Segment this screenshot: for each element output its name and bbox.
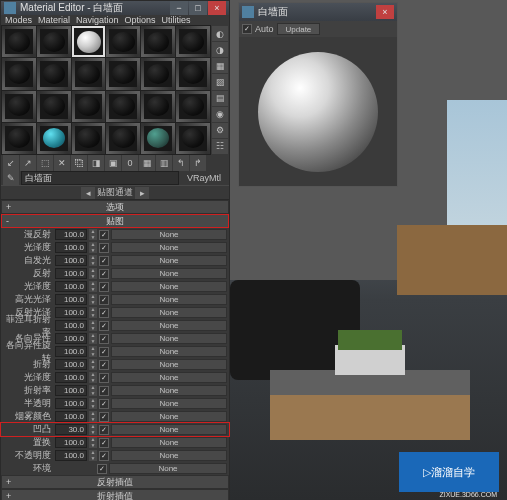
spinner-arrows[interactable]: ▲▼ [89, 411, 97, 422]
sample-slot[interactable] [106, 58, 140, 89]
map-slot-button[interactable]: None [111, 385, 227, 396]
sample-type-button[interactable]: ◐ [212, 26, 228, 41]
sample-slot[interactable] [2, 58, 36, 89]
map-amount-spinner[interactable]: 100.0 [55, 281, 87, 292]
spinner-arrows[interactable]: ▲▼ [89, 268, 97, 279]
map-enable-checkbox[interactable]: ✓ [99, 373, 109, 383]
menu-material[interactable]: Material [38, 15, 70, 25]
map-enable-checkbox[interactable]: ✓ [99, 399, 109, 409]
preview-button[interactable]: ◉ [212, 107, 228, 122]
map-slot-button[interactable]: None [111, 398, 227, 409]
sample-slot[interactable] [176, 58, 210, 89]
spinner-arrows[interactable]: ▲▼ [89, 281, 97, 292]
close-button[interactable]: × [208, 1, 226, 15]
map-slot-button[interactable]: None [111, 359, 227, 370]
sample-slot[interactable] [72, 123, 106, 154]
sample-slot[interactable] [72, 58, 106, 89]
background-button[interactable]: ▦ [212, 58, 228, 73]
spinner-arrows[interactable]: ▲▼ [89, 333, 97, 344]
preview-close-button[interactable]: × [376, 5, 394, 19]
show-end-result-button[interactable]: ▥ [156, 155, 172, 171]
auto-checkbox[interactable]: ✓ [242, 24, 252, 34]
map-enable-checkbox[interactable]: ✓ [99, 347, 109, 357]
map-slot-button[interactable]: None [111, 424, 227, 435]
assign-to-selection-button[interactable]: ⬚ [37, 155, 53, 171]
map-slot-button[interactable]: None [111, 307, 227, 318]
map-enable-checkbox[interactable]: ✓ [99, 256, 109, 266]
map-slot-button[interactable]: None [111, 333, 227, 344]
map-enable-checkbox[interactable]: ✓ [99, 386, 109, 396]
spinner-arrows[interactable]: ▲▼ [89, 385, 97, 396]
material-id-button[interactable]: 0 [122, 155, 138, 171]
preview-viewport[interactable] [239, 37, 397, 186]
menu-utilities[interactable]: Utilities [162, 15, 191, 25]
sample-slot-active[interactable] [72, 26, 106, 57]
sample-slot[interactable] [37, 123, 71, 154]
map-enable-checkbox[interactable]: ✓ [99, 308, 109, 318]
material-name-input[interactable] [21, 171, 179, 185]
map-enable-checkbox[interactable]: ✓ [99, 451, 109, 461]
map-amount-spinner[interactable]: 100.0 [55, 307, 87, 318]
make-copy-button[interactable]: ⿻ [71, 155, 87, 171]
map-amount-spinner[interactable]: 100.0 [55, 398, 87, 409]
prev-channel-button[interactable]: ◂ [81, 187, 95, 199]
map-amount-spinner[interactable]: 100.0 [55, 294, 87, 305]
material-type-button[interactable]: VRayMtl [181, 173, 227, 183]
preview-titlebar[interactable]: 白墙面 × [239, 3, 397, 21]
map-enable-checkbox[interactable]: ✓ [99, 243, 109, 253]
map-amount-spinner[interactable]: 100.0 [55, 346, 87, 357]
map-slot-button[interactable]: None [111, 437, 227, 448]
map-slot-button[interactable]: None [111, 294, 227, 305]
put-to-library-button[interactable]: ▣ [105, 155, 121, 171]
spinner-arrows[interactable]: ▲▼ [89, 346, 97, 357]
spinner-arrows[interactable]: ▲▼ [89, 320, 97, 331]
map-slot-button[interactable]: None [111, 372, 227, 383]
sample-slot[interactable] [37, 26, 71, 57]
next-channel-button[interactable]: ▸ [135, 187, 149, 199]
map-slot-button[interactable]: None [111, 411, 227, 422]
select-by-mat-button[interactable]: ☷ [212, 139, 228, 154]
map-amount-spinner[interactable]: 100.0 [55, 385, 87, 396]
sample-slot[interactable] [72, 91, 106, 122]
map-amount-spinner[interactable]: 100.0 [55, 333, 87, 344]
go-to-parent-button[interactable]: ↰ [173, 155, 189, 171]
map-enable-checkbox[interactable]: ✓ [99, 425, 109, 435]
spinner-arrows[interactable]: ▲▼ [89, 424, 97, 435]
options-button[interactable]: ⚙ [212, 123, 228, 138]
map-slot-button[interactable]: None [111, 229, 227, 240]
show-in-viewport-button[interactable]: ▦ [139, 155, 155, 171]
map-enable-checkbox[interactable]: ✓ [97, 464, 107, 474]
map-amount-spinner[interactable]: 100.0 [55, 411, 87, 422]
make-unique-button[interactable]: ◨ [88, 155, 104, 171]
sample-slot[interactable] [141, 58, 175, 89]
map-enable-checkbox[interactable]: ✓ [99, 230, 109, 240]
get-material-button[interactable]: ↙ [3, 155, 19, 171]
reset-map-button[interactable]: ✕ [54, 155, 70, 171]
spinner-arrows[interactable]: ▲▼ [89, 398, 97, 409]
sample-slot[interactable] [176, 123, 210, 154]
go-forward-button[interactable]: ↱ [190, 155, 206, 171]
map-amount-spinner[interactable]: 30.0 [55, 424, 87, 435]
spinner-arrows[interactable]: ▲▼ [89, 437, 97, 448]
map-amount-spinner[interactable]: 100.0 [55, 268, 87, 279]
menu-navigation[interactable]: Navigation [76, 15, 119, 25]
map-slot-button[interactable]: None [111, 450, 227, 461]
spinner-arrows[interactable]: ▲▼ [89, 450, 97, 461]
rollout-maps-header[interactable]: - 贴图 [1, 214, 229, 228]
map-slot-button[interactable]: None [111, 346, 227, 357]
map-slot-button[interactable]: None [109, 463, 227, 474]
rollout-refr-header[interactable]: + 折射插值 [1, 489, 229, 500]
video-check-button[interactable]: ▤ [212, 91, 228, 106]
sample-slot[interactable] [176, 91, 210, 122]
sample-slot[interactable] [2, 91, 36, 122]
pick-from-object-button[interactable]: ✎ [3, 171, 19, 185]
map-amount-spinner[interactable]: 100.0 [55, 242, 87, 253]
backlight-button[interactable]: ◑ [212, 42, 228, 57]
spinner-arrows[interactable]: ▲▼ [89, 359, 97, 370]
update-button[interactable]: Update [277, 23, 321, 35]
map-amount-spinner[interactable]: 100.0 [55, 229, 87, 240]
sample-slot[interactable] [141, 91, 175, 122]
map-enable-checkbox[interactable]: ✓ [99, 282, 109, 292]
spinner-arrows[interactable]: ▲▼ [89, 242, 97, 253]
spinner-arrows[interactable]: ▲▼ [89, 307, 97, 318]
